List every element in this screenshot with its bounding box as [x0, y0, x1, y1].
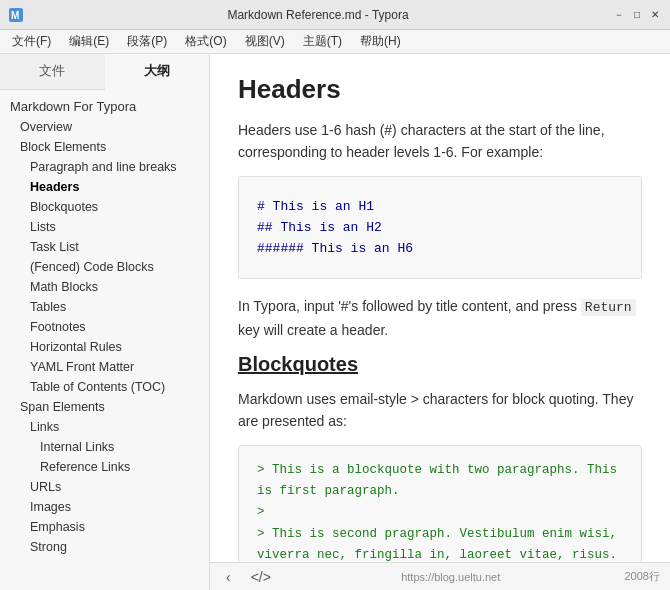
- nav-headers[interactable]: Headers: [0, 177, 209, 197]
- nav-block-elements[interactable]: Block Elements: [0, 137, 209, 157]
- code-line-2: ## This is an H2: [257, 220, 623, 235]
- nav-lists[interactable]: Lists: [0, 217, 209, 237]
- menubar: 文件(F) 编辑(E) 段落(P) 格式(O) 视图(V) 主题(T) 帮助(H…: [0, 30, 670, 54]
- content-footer: ‹ </> https://blog.ueltu.net 2008行: [210, 562, 670, 590]
- nav-paragraph-breaks[interactable]: Paragraph and line breaks: [0, 157, 209, 177]
- nav-urls[interactable]: URLs: [0, 477, 209, 497]
- content-p3: Markdown uses email-style > characters f…: [238, 388, 642, 433]
- nav-footnotes[interactable]: Footnotes: [0, 317, 209, 337]
- content-h2: Blockquotes: [238, 353, 642, 376]
- code-block-headers: # This is an H1 ## This is an H2 ###### …: [238, 176, 642, 279]
- nav-task-list[interactable]: Task List: [0, 237, 209, 257]
- code-line-1: # This is an H1: [257, 199, 623, 214]
- nav-overview[interactable]: Overview: [0, 117, 209, 137]
- maximize-button[interactable]: □: [630, 8, 644, 22]
- window-title: Markdown Reference.md - Typora: [24, 8, 612, 22]
- nav-math-blocks[interactable]: Math Blocks: [0, 277, 209, 297]
- nav-emphasis[interactable]: Emphasis: [0, 517, 209, 537]
- bq-line-2: >: [257, 502, 623, 523]
- nav-span-elements[interactable]: Span Elements: [0, 397, 209, 417]
- content-scroll[interactable]: Headers Headers use 1-6 hash (#) charact…: [210, 54, 670, 562]
- menu-view[interactable]: 视图(V): [237, 31, 293, 52]
- menu-format[interactable]: 格式(O): [177, 31, 234, 52]
- footer-chars: 2008行: [625, 569, 660, 584]
- footer-nav: ‹ </>: [220, 567, 277, 587]
- menu-theme[interactable]: 主题(T): [295, 31, 350, 52]
- tab-outline[interactable]: 大纲: [105, 54, 210, 90]
- menu-help[interactable]: 帮助(H): [352, 31, 409, 52]
- nav-markdown-for-typora[interactable]: Markdown For Typora: [0, 96, 209, 117]
- nav-blockquotes[interactable]: Blockquotes: [0, 197, 209, 217]
- footer-url: https://blog.ueltu.net: [401, 571, 500, 583]
- nav-toc[interactable]: Table of Contents (TOC): [0, 377, 209, 397]
- menu-edit[interactable]: 编辑(E): [61, 31, 117, 52]
- sidebar-nav[interactable]: Markdown For Typora Overview Block Eleme…: [0, 90, 209, 590]
- footer-code-tag[interactable]: </>: [245, 567, 277, 587]
- app-body: 文件 大纲 Markdown For Typora Overview Block…: [0, 54, 670, 590]
- nav-reference-links[interactable]: Reference Links: [0, 457, 209, 477]
- nav-horizontal-rules[interactable]: Horizontal Rules: [0, 337, 209, 357]
- nav-back-button[interactable]: ‹: [220, 567, 237, 587]
- nav-yaml[interactable]: YAML Front Matter: [0, 357, 209, 377]
- p2-text2: key will create a header.: [238, 322, 388, 338]
- p2-key: Return: [581, 299, 636, 316]
- nav-images[interactable]: Images: [0, 497, 209, 517]
- nav-links[interactable]: Links: [0, 417, 209, 437]
- sidebar: 文件 大纲 Markdown For Typora Overview Block…: [0, 54, 210, 590]
- bq-line-3: > This is second pragraph. Vestibulum en…: [257, 524, 623, 563]
- bq-line-1: > This is a blockquote with two paragrap…: [257, 460, 623, 503]
- content-p2: In Typora, input '#'s followed by title …: [238, 295, 642, 341]
- content-area: Headers Headers use 1-6 hash (#) charact…: [210, 54, 670, 590]
- blockquote-block: > This is a blockquote with two paragrap…: [238, 445, 642, 562]
- sidebar-tabs: 文件 大纲: [0, 54, 209, 90]
- minimize-button[interactable]: －: [612, 8, 626, 22]
- nav-internal-links[interactable]: Internal Links: [0, 437, 209, 457]
- menu-paragraph[interactable]: 段落(P): [119, 31, 175, 52]
- tab-file[interactable]: 文件: [0, 54, 105, 89]
- content-p1: Headers use 1-6 hash (#) characters at t…: [238, 119, 642, 164]
- nav-tables[interactable]: Tables: [0, 297, 209, 317]
- nav-code-blocks[interactable]: (Fenced) Code Blocks: [0, 257, 209, 277]
- close-button[interactable]: ✕: [648, 8, 662, 22]
- menu-file[interactable]: 文件(F): [4, 31, 59, 52]
- app-icon: M: [8, 7, 24, 23]
- svg-text:M: M: [11, 10, 19, 21]
- nav-strong[interactable]: Strong: [0, 537, 209, 557]
- code-line-3: ###### This is an H6: [257, 241, 623, 256]
- p2-text1: In Typora, input '#'s followed by title …: [238, 298, 581, 314]
- titlebar: M Markdown Reference.md - Typora － □ ✕: [0, 0, 670, 30]
- content-h1: Headers: [238, 74, 642, 105]
- window-controls: － □ ✕: [612, 8, 662, 22]
